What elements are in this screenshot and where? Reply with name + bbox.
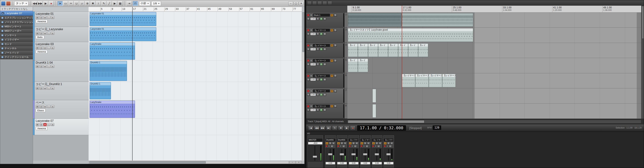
midi-part[interactable]: LazySnake — [90, 42, 135, 60]
stop-button[interactable]: ■ — [338, 126, 344, 130]
autoscroll-button[interactable]: ⇥ — [126, 1, 132, 6]
solo-button[interactable]: S — [334, 105, 337, 107]
write-automation-button[interactable]: W — [323, 78, 326, 81]
instrument-chip[interactable]: Aewona — [36, 20, 48, 23]
record-arm-button[interactable]: ● — [43, 123, 46, 126]
inspector-section[interactable]: ノートパッド — [0, 50, 33, 55]
mute-button[interactable]: M — [36, 105, 39, 108]
monitor-button[interactable] — [310, 14, 312, 16]
forward-button[interactable]: ▶▶ — [320, 126, 326, 130]
track-header[interactable]: Lazysnake 01MS●◦eAewona — [33, 12, 88, 27]
mute-button[interactable]: M — [330, 44, 333, 47]
toolbar-icon[interactable] — [307, 1, 312, 5]
monitor-button[interactable] — [310, 59, 312, 62]
solo-button[interactable]: S — [40, 123, 43, 126]
play-button[interactable]: ▶ — [43, 1, 48, 6]
color-tool[interactable]: ▦ — [118, 1, 123, 6]
midi-part[interactable] — [372, 89, 376, 102]
solo-button[interactable]: S — [334, 29, 337, 32]
fader-handle[interactable] — [386, 153, 391, 156]
track-header[interactable]: ベースMS●◦eEbass — [33, 100, 88, 119]
track-strip[interactable]: 【レイヤースMSe0.00CRW8 — [306, 104, 347, 119]
midi-part[interactable]: Lazysnake 01 — [90, 12, 156, 26]
maximize-button[interactable]: ▢ — [294, 1, 298, 5]
monitor-button[interactable] — [386, 145, 388, 147]
track-strip[interactable]: 【レイヤースMSe0.00CRW3 — [306, 28, 347, 43]
toolbar-icon[interactable] — [328, 1, 332, 5]
solo-button[interactable]: S — [40, 105, 43, 108]
mute-button[interactable]: M — [330, 59, 333, 62]
record-arm-button[interactable]: ● — [43, 32, 46, 35]
pan-value[interactable]: C — [354, 145, 357, 148]
solo-button[interactable]: S — [329, 142, 332, 145]
record-arm-button[interactable]: ● — [43, 46, 46, 49]
track-preset-field[interactable]: トラックプリセットなし — [0, 7, 33, 11]
solo-button[interactable]: S — [40, 32, 43, 35]
play-tool[interactable]: ▶ — [112, 1, 117, 6]
edit-button[interactable]: e — [307, 93, 310, 96]
zoom-tool[interactable]: ⊕ — [85, 1, 90, 6]
toolbar-icon[interactable] — [318, 1, 322, 5]
midi-part[interactable]: 【レイ — [398, 43, 408, 57]
mute-button[interactable]: M — [36, 46, 39, 49]
fader-handle[interactable] — [375, 153, 379, 156]
project-icon[interactable] — [6, 1, 10, 5]
pan-value[interactable]: C — [316, 63, 319, 66]
monitor-button[interactable] — [351, 145, 353, 147]
write-automation-button[interactable]: W — [323, 32, 326, 35]
write-automation-button[interactable]: W — [323, 17, 326, 20]
mute-button[interactable]: M — [384, 142, 387, 145]
master-channel[interactable]: MASTER -49.8 — [307, 135, 323, 168]
fader-zone[interactable] — [360, 148, 370, 162]
edit-button[interactable]: e — [367, 142, 370, 145]
read-automation-button[interactable]: R — [320, 93, 323, 96]
volume-value[interactable]: 0.00 — [310, 63, 316, 66]
solo-button[interactable]: S — [334, 90, 337, 92]
midi-part[interactable]: 【レイ — [378, 43, 388, 57]
edit-button[interactable]: e — [307, 17, 310, 20]
time-warp-tool[interactable]: ≀ — [96, 1, 101, 6]
record-arm-button[interactable]: ● — [43, 87, 46, 90]
track-header[interactable]: Lazysnake 03MS●◦eAewona — [33, 42, 88, 61]
midi-part[interactable]: Lazysnake 01 — [90, 27, 156, 41]
monitor-button[interactable]: ◦ — [47, 65, 50, 68]
record-arm-button[interactable] — [307, 29, 310, 31]
fader-zone[interactable] — [337, 148, 347, 162]
monitor-button[interactable]: ◦ — [47, 87, 50, 90]
record-arm-button[interactable] — [307, 59, 310, 62]
mixer-channel[interactable]: 【レイヤース:MSeC0.00 — [383, 135, 394, 168]
solo-button[interactable]: S — [40, 16, 43, 19]
record-arm-button[interactable] — [384, 145, 386, 147]
solo-button[interactable]: S — [364, 142, 366, 145]
horizontal-scrollbar[interactable] — [88, 161, 289, 164]
track-strip[interactable]: Drum 1MSe0.00CRW2 — [306, 12, 347, 28]
toolbar-icon[interactable] — [322, 1, 327, 5]
mute-button[interactable]: M — [349, 142, 352, 145]
mute-button[interactable]: M — [326, 142, 328, 145]
quantize-dropdown[interactable]: 1/8 ▾ — [151, 1, 161, 6]
midi-part[interactable] — [372, 104, 376, 118]
fader-handle[interactable] — [351, 153, 356, 156]
routing-slot[interactable] — [384, 136, 394, 138]
mute-button[interactable]: M — [360, 142, 363, 145]
monitor-button[interactable] — [310, 90, 312, 92]
midi-part[interactable]: 【レイヤース — [402, 74, 415, 87]
volume-value[interactable]: 0.00 — [310, 32, 316, 35]
fader-value[interactable]: 0.00 — [360, 162, 370, 165]
inspector-section[interactable]: チャンネル — [0, 46, 33, 50]
pan-value[interactable]: C — [366, 145, 368, 148]
solo-button[interactable]: S — [375, 142, 378, 145]
cycle-button[interactable]: ↻ — [332, 126, 338, 130]
record-arm-button[interactable] — [307, 44, 310, 47]
mute-button[interactable]: M — [330, 74, 333, 77]
master-fader[interactable] — [308, 145, 322, 162]
inspector-section[interactable]: クイックコントロール — [0, 55, 33, 59]
edit-button[interactable]: e — [332, 142, 335, 145]
fader-handle[interactable] — [313, 156, 317, 158]
edit-button[interactable]: e — [307, 109, 310, 111]
vertical-scrollbar-right[interactable] — [641, 6, 644, 119]
pan-value[interactable]: C — [316, 78, 319, 81]
timeline-ruler-right[interactable]: 9.1.000.16.00017.1.000.32.00025.1.000.48… — [347, 6, 641, 12]
monitor-button[interactable] — [310, 44, 312, 47]
mute-button[interactable]: M — [330, 105, 333, 107]
